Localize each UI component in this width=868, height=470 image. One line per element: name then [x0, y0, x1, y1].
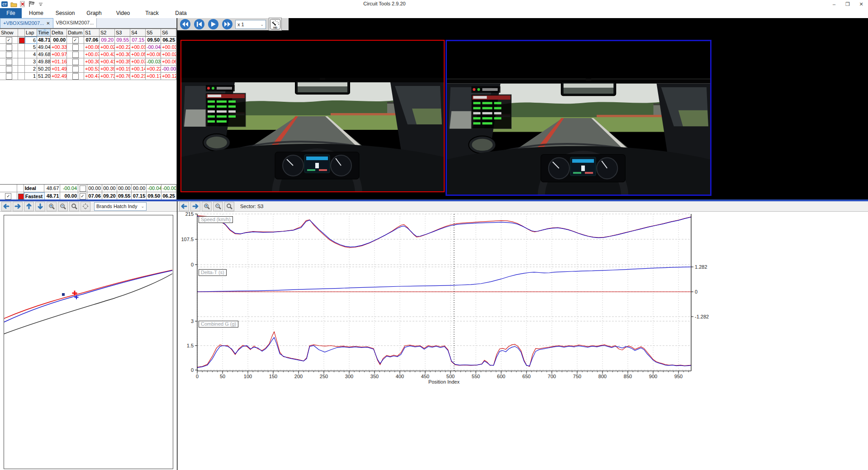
checkbox-checked[interactable]: ✓: [6, 37, 12, 43]
lap-time-cell: 51.20: [37, 73, 51, 80]
checkbox-unchecked[interactable]: [6, 66, 12, 72]
summary-delta-cell: -00.04: [60, 185, 78, 192]
zoom-in-button[interactable]: [202, 202, 212, 211]
lap-number-cell[interactable]: 4: [25, 51, 37, 58]
zoom-in-button[interactable]: [47, 202, 57, 211]
track-outline: [4, 274, 172, 334]
menu-graph[interactable]: Graph: [80, 8, 109, 18]
column-header-Show[interactable]: Show: [0, 29, 18, 37]
video-frame-red[interactable]: [180, 40, 445, 192]
track-selector[interactable]: Brands Hatch Indy⌄: [94, 202, 147, 211]
track-map-box[interactable]: [4, 215, 173, 469]
column-header-S5[interactable]: S5: [146, 29, 161, 37]
playback-speed-value: x 1: [237, 22, 244, 27]
session-tab-0[interactable]: +VBOXSIM2007...✕: [0, 18, 53, 28]
playback-speed-select[interactable]: x 1 ⌄: [235, 20, 266, 29]
lap-number-cell[interactable]: 1: [25, 73, 37, 80]
column-header-Time[interactable]: Time: [37, 29, 51, 37]
pan-down-button[interactable]: [35, 202, 45, 211]
pan-right-button[interactable]: [13, 202, 23, 211]
summary-sector-3-cell: 09.55: [117, 192, 132, 200]
chart-canvas[interactable]: 0501001502002503003504004505005506006507…: [178, 212, 868, 470]
checkbox-unchecked[interactable]: [72, 59, 79, 65]
zoom-out-button[interactable]: [213, 202, 223, 211]
session-tab-1[interactable]: VBOXSIM2007...: [53, 18, 97, 28]
column-header-Delta[interactable]: Delta: [51, 29, 67, 37]
checkbox-unchecked[interactable]: [80, 185, 86, 192]
center-track-button[interactable]: [81, 202, 90, 211]
lap-row-6[interactable]: ✓648.7100.00✓07.0609.2009.5507.1509.5006…: [0, 37, 176, 44]
toolbar-options-icon[interactable]: [37, 1, 44, 7]
cockpit-video-image: [447, 41, 710, 195]
column-header-S3[interactable]: S3: [115, 29, 130, 37]
finish-flag-icon[interactable]: [28, 1, 35, 7]
column-header-S2[interactable]: S2: [100, 29, 115, 37]
menu-video[interactable]: Video: [109, 8, 138, 18]
checkbox-cell: [67, 73, 84, 80]
checkbox-unchecked[interactable]: [6, 52, 12, 58]
column-header-color[interactable]: [18, 29, 25, 37]
column-header-Lap[interactable]: Lap: [25, 29, 37, 37]
video-frame-blue[interactable]: [446, 40, 711, 196]
series-delta-blue: [197, 267, 691, 292]
checkbox-unchecked[interactable]: [72, 52, 79, 58]
app-logo-icon[interactable]: CT: [1, 1, 8, 7]
minimize-icon[interactable]: –: [827, 0, 841, 8]
hd-gauge-button[interactable]: HD: [269, 18, 282, 31]
checkbox-checked[interactable]: ✓: [72, 37, 79, 43]
fast-rewind-button[interactable]: [180, 19, 190, 29]
lap-number-cell[interactable]: 6: [25, 37, 37, 44]
checkbox-unchecked[interactable]: [6, 59, 12, 65]
lap-row-2[interactable]: 250.20+01.49+00.53+00.39+00.19+00.14+00.…: [0, 66, 176, 73]
menu-track[interactable]: Track: [138, 8, 166, 18]
close-tab-icon[interactable]: ✕: [46, 19, 50, 28]
checkbox-checked[interactable]: ✓: [80, 193, 86, 199]
checkbox-checked[interactable]: ✓: [5, 193, 11, 199]
export-report-icon[interactable]: [19, 1, 26, 7]
lap-number-cell[interactable]: 3: [25, 58, 37, 66]
pan-left-button[interactable]: [179, 202, 189, 211]
menu-home[interactable]: Home: [22, 8, 51, 18]
lap-row-1[interactable]: 151.20+02.49+00.47+00.73+00.76+00.21+00.…: [0, 73, 176, 80]
lap-row-3[interactable]: 349.88+01.16+00.30+00.41+00.35+00.07-00.…: [0, 58, 176, 66]
speed-axis-label: Speed (km/h): [199, 216, 233, 223]
fast-forward-button[interactable]: [222, 19, 232, 29]
open-file-icon[interactable]: [10, 1, 17, 7]
column-header-S1[interactable]: S1: [84, 29, 100, 37]
zoom-select-button[interactable]: [69, 202, 79, 211]
zoom-select-button[interactable]: [224, 202, 234, 211]
pan-up-button[interactable]: [24, 202, 34, 211]
lap-number-cell[interactable]: 5: [25, 44, 37, 51]
column-header-Datum[interactable]: Datum: [67, 29, 84, 37]
series-lap-6-red: [197, 216, 691, 248]
play-button[interactable]: [208, 19, 218, 29]
pan-left-button[interactable]: [1, 202, 11, 211]
menu-file[interactable]: File: [0, 8, 22, 18]
fastest-row[interactable]: ✓Fastest48.7100.00✓07.0609.2009.5507.150…: [0, 192, 176, 200]
checkbox-unchecked[interactable]: [6, 73, 12, 80]
lap-row-4[interactable]: 449.68+00.97+00.07+00.43+00.30+00.05+00.…: [0, 51, 176, 58]
checkbox-unchecked[interactable]: [72, 44, 79, 51]
lap-color-cell: [18, 51, 25, 58]
column-header-S4[interactable]: S4: [130, 29, 146, 37]
lap-table-header: ShowLapTimeDeltaDatumS1S2S3S4S5S6: [0, 29, 176, 37]
x-tick-label: 650: [522, 374, 531, 379]
pan-right-button[interactable]: [190, 202, 200, 211]
menu-session[interactable]: Session: [51, 8, 80, 18]
fast-rewind-icon: [182, 22, 188, 27]
close-icon[interactable]: ✕: [854, 0, 868, 8]
checkbox-unchecked[interactable]: [72, 66, 79, 72]
zoom-out-button[interactable]: [58, 202, 68, 211]
checkbox-unchecked[interactable]: [6, 44, 12, 51]
lap-row-5[interactable]: 549.04+00.33+00.08+00.02+00.22+00.01-00.…: [0, 44, 176, 51]
ideal-row[interactable]: Ideal48.67-00.0400.0000.0000.0000.00-00.…: [0, 185, 176, 192]
column-header-S6[interactable]: S6: [161, 29, 176, 37]
lap-number-cell[interactable]: 2: [25, 66, 37, 73]
checkbox-unchecked[interactable]: [72, 73, 79, 80]
menu-data[interactable]: Data: [166, 8, 195, 18]
lap-color-cell: [18, 58, 25, 66]
maximize-icon[interactable]: ❐: [841, 0, 854, 8]
x-tick-label: 800: [598, 374, 607, 379]
skip-to-start-button[interactable]: [194, 19, 204, 29]
checkbox-cell: [67, 58, 84, 66]
